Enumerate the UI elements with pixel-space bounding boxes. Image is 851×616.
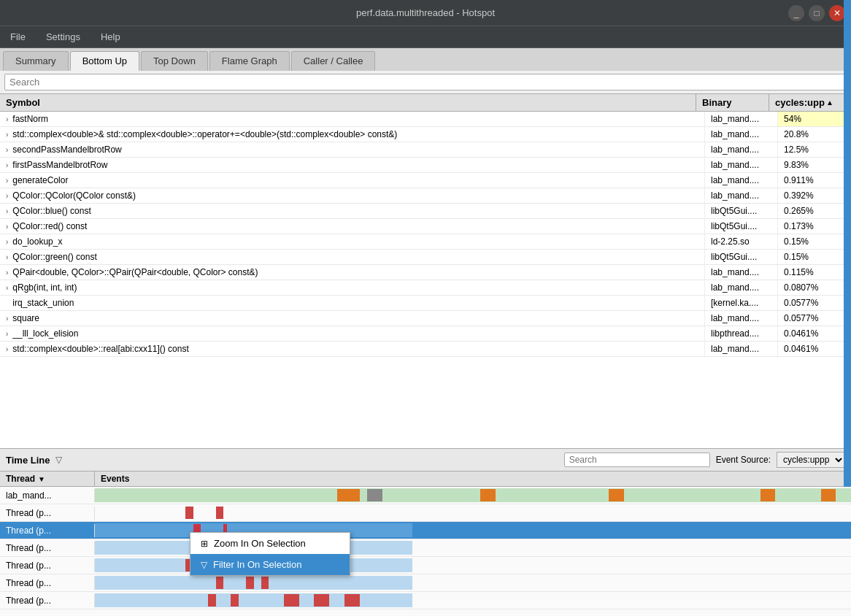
tab-flame-graph[interactable]: Flame Graph xyxy=(209,51,290,71)
td-symbol: ›QColor::QColor(QColor const&) xyxy=(0,188,705,203)
expand-icon[interactable]: › xyxy=(6,177,8,185)
symbol-name: QPair<double, QColor>::QPair(QPair<doubl… xyxy=(12,267,258,277)
context-filter-label: Filter In On Selection xyxy=(213,559,301,570)
table-row: ›__lll_lock_elision libpthread.... 0.046… xyxy=(0,326,851,342)
timeline-filter-icon[interactable]: ▽ xyxy=(55,455,62,465)
td-cycles: 54% xyxy=(778,112,851,126)
tth-sort-icon: ▼ xyxy=(38,475,45,483)
tl-bar-orange xyxy=(480,489,496,501)
td-cycles: 9.83% xyxy=(778,158,851,172)
tl-bg-green xyxy=(95,488,851,502)
menu-file[interactable]: File xyxy=(6,28,30,45)
timeline-table-header: Thread ▼ Events xyxy=(0,471,851,487)
timeline-section: Time Line ▽ Event Source: cycles:uppp Th… xyxy=(0,448,851,616)
expand-icon[interactable]: › xyxy=(6,284,8,292)
tl-events-container xyxy=(95,592,851,609)
window-title: perf.data.multithreaded - Hotspot xyxy=(356,7,495,18)
td-binary: lab_mand.... xyxy=(705,173,778,188)
tl-bar-orange xyxy=(609,489,624,501)
event-source-select[interactable]: cycles:uppp xyxy=(777,452,845,468)
td-cycles: 0.15% xyxy=(778,250,851,264)
timeline-body[interactable]: lab_mand... Thread (p... xyxy=(0,487,851,616)
th-binary: Binary xyxy=(696,94,769,111)
maximize-button[interactable]: □ xyxy=(809,5,825,21)
td-binary: [kernel.ka.... xyxy=(705,296,778,310)
table-row: ›QColor::blue() const libQt5Gui.... 0.26… xyxy=(0,204,851,219)
zoom-icon: ⊞ xyxy=(201,539,208,549)
table-body[interactable]: ›fastNorm lab_mand.... 54% ›std::complex… xyxy=(0,112,851,448)
symbol-name: do_lookup_x xyxy=(12,236,62,247)
expand-icon[interactable]: › xyxy=(6,269,8,277)
table-row: ›square lab_mand.... 0.0577% xyxy=(0,311,851,326)
menu-settings[interactable]: Settings xyxy=(42,28,85,45)
th-cycles-label: cycles:upp xyxy=(775,97,825,108)
tl-bar-red xyxy=(344,594,360,607)
tl-bar-red xyxy=(284,594,299,607)
tl-thread-label: Thread (p... xyxy=(0,577,95,590)
menu-bar: File Settings Help xyxy=(0,26,851,48)
timeline-row: lab_mand... xyxy=(0,487,851,504)
expand-icon[interactable]: › xyxy=(6,253,8,261)
symbol-name: std::complex<double>::real[abi:cxx11]() … xyxy=(12,344,188,354)
tab-bottom-up[interactable]: Bottom Up xyxy=(70,51,139,71)
td-symbol: ›generateColor xyxy=(0,173,705,188)
td-cycles: 0.0461% xyxy=(778,342,851,356)
context-menu-zoom[interactable]: ⊞ Zoom In On Selection xyxy=(190,533,350,554)
td-cycles: 0.0577% xyxy=(778,296,851,310)
td-cycles: 12.5% xyxy=(778,142,851,157)
symbol-name: __lll_lock_elision xyxy=(12,328,78,339)
td-binary: libQt5Gui.... xyxy=(705,204,778,218)
menu-help[interactable]: Help xyxy=(96,28,125,45)
tl-bar-orange xyxy=(760,489,776,501)
timeline-search-container xyxy=(564,453,710,467)
td-symbol: ›fastNorm xyxy=(0,112,705,126)
expand-icon[interactable]: › xyxy=(6,192,8,200)
expand-icon[interactable]: › xyxy=(6,161,8,169)
tab-caller-callee[interactable]: Caller / Callee xyxy=(291,51,376,71)
timeline-title: Time Line xyxy=(6,455,50,466)
td-symbol: ›QColor::red() const xyxy=(0,219,705,234)
th-symbol: Symbol xyxy=(0,94,696,111)
expand-icon[interactable]: › xyxy=(6,146,8,154)
table-row: ›generateColor lab_mand.... 0.911% xyxy=(0,173,851,188)
td-cycles: 0.15% xyxy=(778,234,851,249)
expand-icon[interactable]: › xyxy=(6,315,8,323)
td-binary: lab_mand.... xyxy=(705,158,778,172)
timeline-search-input[interactable] xyxy=(564,453,710,467)
expand-icon[interactable]: › xyxy=(6,115,8,123)
td-binary: ld-2.25.so xyxy=(705,234,778,249)
context-menu-filter[interactable]: ▽ Filter In On Selection xyxy=(190,554,350,575)
minimize-button[interactable]: _ xyxy=(788,5,804,21)
tl-thread-label: Thread (p... xyxy=(0,559,95,572)
search-input[interactable] xyxy=(4,74,847,91)
symbol-name: std::complex<double>& std::complex<doubl… xyxy=(12,129,397,139)
expand-icon[interactable]: › xyxy=(6,223,8,231)
tl-thread-label: Thread (p... xyxy=(0,594,95,607)
expand-icon[interactable]: › xyxy=(6,131,8,139)
table-row: ›QColor::red() const libQt5Gui.... 0.173… xyxy=(0,219,851,234)
td-cycles: 0.0461% xyxy=(778,326,851,341)
symbol-name: QColor::red() const xyxy=(12,221,87,231)
expand-icon[interactable]: › xyxy=(6,207,8,215)
tab-bar: Summary Bottom Up Top Down Flame Graph C… xyxy=(0,48,851,71)
close-button[interactable]: ✕ xyxy=(829,5,845,21)
window-controls: _ □ ✕ xyxy=(788,5,845,21)
expand-icon[interactable]: › xyxy=(6,238,8,246)
td-binary: lab_mand.... xyxy=(705,280,778,295)
tl-thread-label: lab_mand... xyxy=(0,489,95,502)
table-row: ›QPair<double, QColor>::QPair(QPair<doub… xyxy=(0,265,851,280)
tab-top-down[interactable]: Top Down xyxy=(141,51,208,71)
table-header: Symbol Binary cycles:upp ▲ xyxy=(0,93,851,112)
td-cycles: 20.8% xyxy=(778,127,851,142)
table-row: ›QColor::green() const libQt5Gui.... 0.1… xyxy=(0,250,851,265)
td-symbol: ›square xyxy=(0,311,705,326)
tab-summary[interactable]: Summary xyxy=(3,51,69,71)
timeline-row: Thread (p... xyxy=(0,539,851,557)
table-row: ›QColor::QColor(QColor const&) lab_mand.… xyxy=(0,188,851,204)
expand-icon[interactable]: › xyxy=(6,345,8,353)
expand-icon[interactable]: › xyxy=(6,330,8,338)
tth-thread-label: Thread xyxy=(6,474,35,484)
table-row: ›irq_stack_union [kernel.ka.... 0.0577% xyxy=(0,296,851,311)
symbol-name: QColor::green() const xyxy=(12,252,96,262)
symbol-name: firstPassMandelbrotRow xyxy=(12,160,107,170)
